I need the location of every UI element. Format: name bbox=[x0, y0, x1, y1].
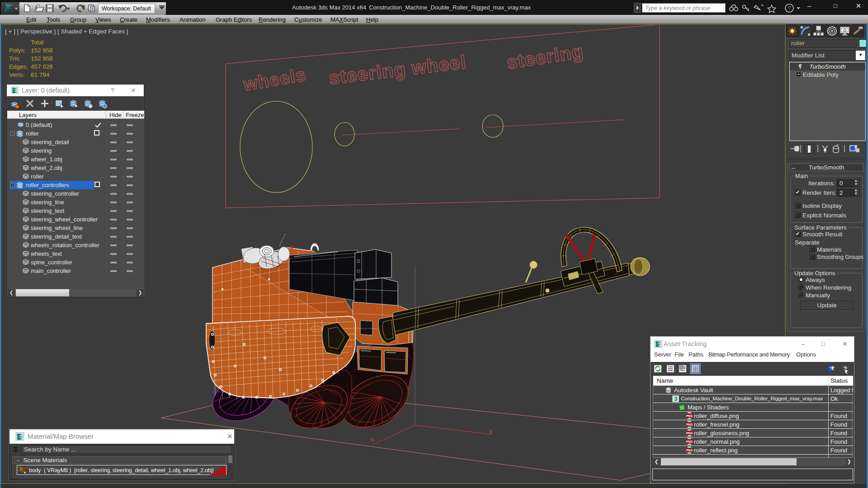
svg-text:steering wheel: steering wheel bbox=[328, 51, 467, 89]
svg-text:x: x bbox=[371, 436, 374, 443]
svg-text:PNG: PNG bbox=[686, 449, 693, 452]
svg-text:PNG: PNG bbox=[686, 432, 693, 435]
svg-text:PNG: PNG bbox=[686, 414, 693, 418]
svg-text:wheels: wheels bbox=[241, 64, 307, 94]
svg-text:steering: steering bbox=[505, 41, 585, 73]
svg-text:y: y bbox=[489, 427, 492, 435]
svg-text:PNG: PNG bbox=[686, 423, 693, 426]
svg-text:3: 3 bbox=[674, 396, 677, 402]
svg-text:?: ? bbox=[788, 5, 791, 12]
svg-text:PNG: PNG bbox=[686, 440, 693, 443]
